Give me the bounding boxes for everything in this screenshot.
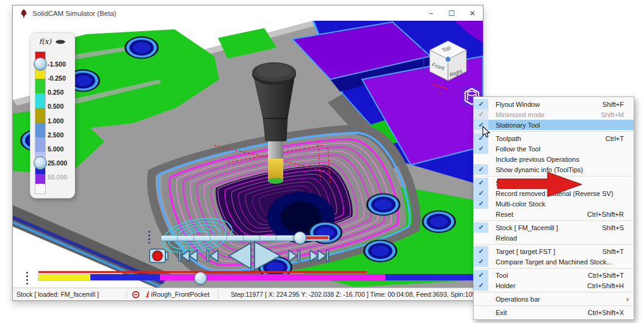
svg-text:z: z [421, 46, 423, 52]
context-menu-list: ✓Flyout WindowShift+F✓Minimized modeShif… [474, 99, 634, 318]
checkmark-placeholder [474, 233, 488, 243]
legend-value-label: 2.500 [48, 132, 73, 139]
checkmark-icon: ✓ [474, 99, 488, 109]
menu-item-minimized-mode: ✓Minimized modeShift+M [474, 109, 634, 120]
legend-color-segment [35, 123, 45, 137]
titlebar: SolidCAM Simulator (Beta) – ☐ ✕ [13, 5, 483, 21]
operation-type-icon: i [145, 290, 148, 299]
checkmark-placeholder [474, 209, 488, 219]
menu-item-include-previous-operations[interactable]: Include previous Operations [474, 154, 634, 164]
menu-item-label: Operations bar [496, 296, 626, 303]
menu-item-tool[interactable]: ✓ToolCtrl+Shift+T [474, 270, 634, 280]
record-button[interactable] [148, 245, 169, 266]
menu-item-exit[interactable]: ExitCtrl+Shift+X [474, 307, 634, 318]
operation-name: iRough_FrontPocket [151, 291, 209, 298]
menu-separator [474, 220, 633, 221]
color-scale-bar [35, 51, 46, 194]
step-backward-button[interactable] [204, 248, 220, 264]
menu-item-label: Minimized mode [496, 111, 601, 118]
legend-color-segment [35, 137, 45, 152]
legend-value-label: 5.000 [48, 146, 73, 153]
menu-item-shortcut: Ctrl+T [606, 135, 624, 142]
play-backward-button[interactable] [228, 242, 252, 270]
step-forward-button[interactable] [286, 248, 303, 264]
menu-separator [474, 131, 633, 132]
menu-item-label: Stationary Tool [496, 122, 634, 129]
checkmark-icon: ✓ [474, 188, 488, 198]
fx-function-button[interactable]: f(x) [39, 37, 52, 46]
menu-item-operations-bar[interactable]: Operations bar› [474, 294, 634, 304]
checkmark-icon: ✓ [474, 109, 488, 120]
mouse-cursor [482, 126, 491, 138]
menu-item-label: Exit [496, 309, 588, 316]
skip-forward-button[interactable] [308, 248, 330, 264]
skip-backward-button[interactable] [178, 248, 198, 264]
operation-slider-knob[interactable] [294, 231, 306, 244]
menu-item-label: Tool [496, 272, 588, 279]
legend-color-segment [35, 174, 45, 184]
menu-item-compare-target-and-machined-stock[interactable]: ✓Compare Target and Machined Stock... [474, 256, 634, 267]
menu-item-shortcut: Shift+F [602, 101, 624, 108]
menu-item-label: Flyout Window [496, 101, 602, 108]
checkmark-icon: ✓ [474, 246, 488, 256]
stop-state-icon [131, 289, 140, 299]
menu-item-multi-color-stock[interactable]: ✓Multi-color Stock [474, 198, 634, 209]
menu-item-shortcut: Ctrl+Shift+T [588, 272, 624, 279]
solidcam-logo-icon [19, 9, 29, 18]
maximize-button[interactable]: ☐ [441, 6, 462, 21]
progress-grip-handle[interactable] [26, 272, 28, 285]
menu-separator [474, 292, 633, 292]
menu-item-target-target-fst[interactable]: ✓Target [ target.FST ]Shift+T [474, 246, 634, 256]
deviation-scale-panel: f(x) -1.500-0.2500.2500.5001.0002.5005.0… [30, 32, 75, 198]
menu-item-flyout-window[interactable]: ✓Flyout WindowShift+F [474, 99, 634, 109]
menu-item-shortcut: Ctrl+Shift+R [587, 211, 624, 218]
simulation-viewport[interactable]: z x Top Front Right f(x) [13, 21, 483, 288]
svg-text:x: x [438, 90, 441, 95]
menu-item-shortcut: Shift+T [602, 248, 624, 255]
menu-item-toolpath[interactable]: ✓ToolpathCtrl+T [474, 133, 634, 143]
play-forward-button[interactable] [253, 241, 281, 271]
menu-item-follow-the-tool[interactable]: ✓Follow the Tool [474, 143, 634, 154]
menu-item-reset[interactable]: ResetCtrl+Shift+R [474, 209, 634, 219]
step-info: Step:11977 [ X: 224.295 Y: -202.038 Z: -… [231, 291, 483, 298]
menu-item-label: Stock [ FM_facemill ] [496, 224, 602, 231]
window-title: SolidCAM Simulator (Beta) [32, 10, 116, 17]
legend-color-segment [35, 108, 45, 123]
menu-item-stationary-tool[interactable]: ✓Stationary Tool [474, 120, 634, 130]
simulator-context-menu: ✓Flyout WindowShift+F✓Minimized modeShif… [473, 96, 634, 320]
legend-value-label: 0.250 [48, 89, 73, 96]
job-progress-bar[interactable] [38, 274, 474, 280]
minimize-button[interactable]: – [421, 6, 441, 21]
menu-item-shortcut: Ctrl+Shift+X [588, 309, 624, 316]
checkmark-icon: ✓ [474, 270, 488, 280]
checkmark-placeholder [474, 294, 488, 304]
menu-item-holder[interactable]: ✓HolderCtrl+Shift+H [474, 280, 634, 291]
checkmark-icon: ✓ [474, 143, 488, 154]
menu-item-label: Reload [496, 234, 634, 242]
checkmark-icon: ✓ [474, 164, 488, 175]
menu-item-label: Toolpath [496, 135, 606, 142]
annotation-arrow [491, 170, 589, 199]
menu-item-stock-fm-facemill[interactable]: ✓Stock [ FM_facemill ]Shift+S [474, 222, 634, 233]
checkmark-icon: ✓ [474, 256, 488, 267]
menu-item-label: Target [ target.FST ] [496, 248, 602, 255]
job-progress-knob[interactable] [194, 272, 207, 285]
menu-item-label: Include previous Operations [496, 156, 634, 163]
legend-value-label: 50.000 [48, 174, 73, 181]
menu-item-label: Follow the Tool [496, 145, 634, 153]
slider-grip-handle[interactable] [148, 231, 150, 244]
menu-separator [474, 305, 633, 306]
menu-item-label: Reset [496, 211, 587, 218]
menu-item-label: Holder [496, 282, 587, 289]
menu-item-reload[interactable]: Reload [474, 233, 634, 243]
menu-item-label: Compare Target and Machined Stock... [496, 258, 634, 266]
checkmark-placeholder [474, 307, 488, 318]
scale-upper-knob[interactable] [34, 57, 47, 71]
legend-value-label: 1.000 [48, 118, 73, 125]
eye-icon[interactable] [55, 38, 66, 45]
status-bar: Stock [ loaded: FM_facemill ] i iRough_F… [13, 288, 483, 300]
submenu-chevron-icon: › [626, 295, 629, 303]
close-button[interactable]: ✕ [462, 6, 483, 21]
scale-lower-knob[interactable] [34, 156, 47, 170]
legend-value-label: 25.000 [48, 160, 73, 167]
